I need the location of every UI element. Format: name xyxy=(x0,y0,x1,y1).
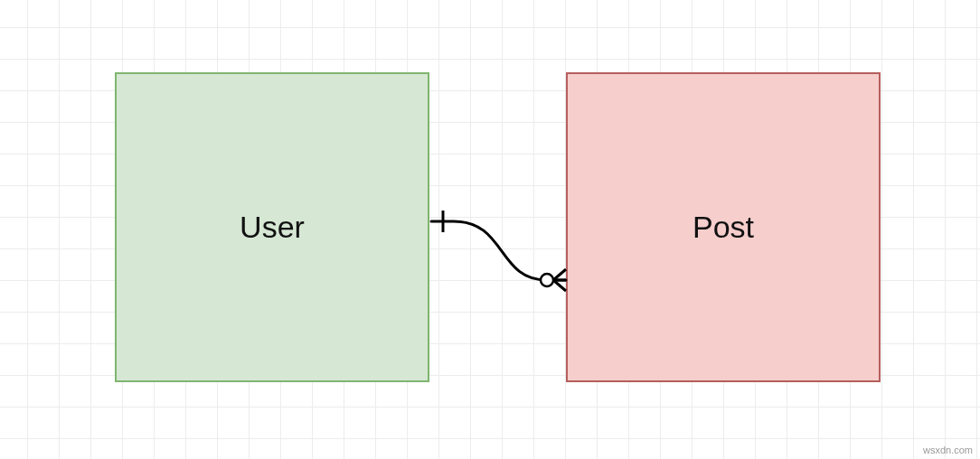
entity-post-box[interactable]: Post xyxy=(566,72,881,382)
entity-post-label: Post xyxy=(693,210,754,245)
entity-user-box[interactable]: User xyxy=(115,72,429,382)
watermark-text: wsxdn.com xyxy=(923,445,973,455)
entity-user-label: User xyxy=(240,210,305,245)
